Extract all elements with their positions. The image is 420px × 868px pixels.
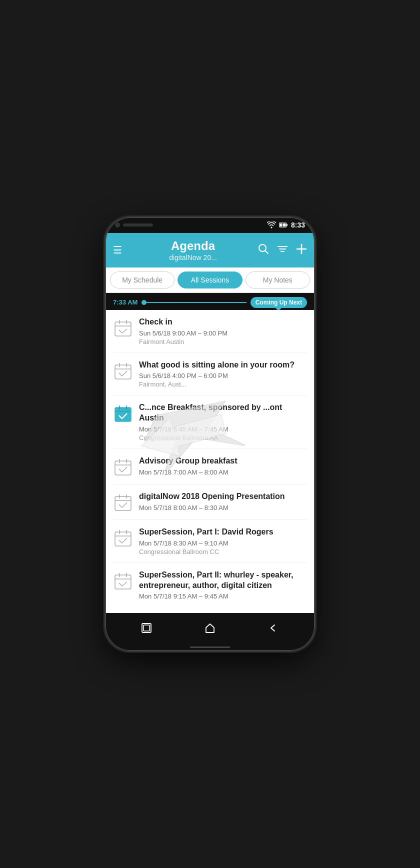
battery-icon (279, 222, 288, 228)
session-icon-6 (113, 528, 133, 548)
add-button[interactable] (296, 244, 307, 257)
session-info-4: Advisory Group breakfast Mon 5/7/18 7:00… (139, 456, 307, 477)
session-info-1: Check in Sun 5/6/18 9:00 AM – 9:00 PM Fa… (139, 317, 307, 346)
header-title: Agenda (128, 239, 258, 254)
session-item[interactable]: SuperSession, Part II: whurley - speaker… (113, 563, 307, 608)
session-info-3: C...nce Breakfast, sponsored by ...ont A… (139, 402, 307, 442)
session-item[interactable]: Advisory Group breakfast Mon 5/7/18 7:00… (113, 449, 307, 484)
current-time-label: 7:33 AM (113, 298, 138, 306)
status-icons: 8:33 (267, 221, 305, 229)
camera-dot (115, 222, 120, 228)
session-location: Fairmont, Aust... (139, 380, 307, 388)
status-bar: 8:33 (105, 217, 315, 233)
session-icon-1 (113, 318, 133, 338)
session-time: Mon 5/7/18 7:00 AM – 8:00 AM (139, 468, 307, 476)
camera-area (115, 222, 153, 228)
tab-bar: My Schedule All Sessions My Notes (105, 268, 315, 293)
session-item[interactable]: C...nce Breakfast, sponsored by ...ont A… (113, 396, 307, 449)
session-title: Advisory Group breakfast (139, 456, 307, 466)
header-title-area: Agenda digitalNow 20... (128, 239, 258, 262)
svg-rect-14 (115, 365, 131, 379)
session-time: Mon 5/7/18 8:30 AM – 9:10 AM (139, 540, 307, 547)
session-location: Congressional Ballroom CC (139, 548, 307, 556)
menu-button[interactable]: ☰ (113, 245, 122, 255)
search-button[interactable] (258, 244, 269, 257)
session-time: Sun 5/6/18 4:00 PM – 6:00 PM (139, 372, 307, 380)
svg-line-4 (266, 250, 268, 254)
session-location: Fairmont Austin (139, 338, 307, 346)
session-time: Mon 5/7/18 9:15 AM – 9:45 AM (139, 592, 307, 600)
session-icon-4 (113, 457, 133, 477)
svg-rect-10 (115, 322, 131, 336)
bottom-bar (105, 643, 315, 651)
svg-rect-26 (115, 461, 131, 475)
phone-screen: 8:33 ☰ Agenda digitalNow 20... (105, 217, 315, 651)
app-header: ☰ Agenda digitalNow 20... (105, 233, 315, 268)
session-time: Mon 5/7/18 8:00 AM – 8:30 AM (139, 504, 307, 512)
session-title: SuperSession, Part II: whurley - speaker… (139, 570, 307, 591)
navigation-bar (105, 613, 315, 643)
session-info-7: SuperSession, Part II: whurley - speaker… (139, 570, 307, 602)
svg-rect-2 (286, 224, 288, 226)
session-info-2: What good is sitting alone in your room?… (139, 360, 307, 388)
time-dot (142, 300, 146, 305)
coming-up-badge: Coming Up Next (250, 297, 307, 308)
session-title: Check in (139, 317, 307, 328)
session-time: Mon 5/7/18 6:45 AM – 7:45 AM (139, 426, 307, 433)
header-subtitle: digitalNow 20... (128, 254, 258, 262)
session-title: digitalNow 2018 Opening Presentation (139, 492, 307, 502)
session-item[interactable]: digitalNow 2018 Opening Presentation Mon… (113, 484, 307, 520)
session-item[interactable]: What good is sitting alone in your room?… (113, 353, 307, 396)
session-icon-2 (113, 361, 133, 381)
sessions-list: Check in Sun 5/6/18 9:00 AM – 9:00 PM Fa… (105, 310, 315, 613)
time-progress-line (142, 302, 246, 303)
tab-my-notes[interactable]: My Notes (246, 272, 310, 288)
session-icon-7 (113, 571, 133, 591)
back-button[interactable] (264, 618, 284, 638)
svg-rect-43 (144, 625, 150, 631)
session-icon-3 (113, 404, 133, 424)
recent-apps-button[interactable] (136, 618, 156, 638)
svg-rect-34 (115, 532, 131, 546)
tab-my-schedule[interactable]: My Schedule (110, 272, 174, 288)
tab-all-sessions[interactable]: All Sessions (178, 272, 242, 288)
time-indicator: 7:33 AM Coming Up Next (105, 293, 315, 310)
wifi-icon (267, 222, 276, 228)
session-location: Congressional Ballroom AA (139, 434, 307, 442)
session-item[interactable]: Check in Sun 5/6/18 9:00 AM – 9:00 PM Fa… (113, 310, 307, 353)
bottom-indicator (190, 646, 230, 648)
session-item[interactable]: SuperSession, Part I: David Rogers Mon 5… (113, 520, 307, 563)
session-title: C...nce Breakfast, sponsored by ...ont A… (139, 402, 307, 424)
phone-frame: 8:33 ☰ Agenda digitalNow 20... (105, 217, 315, 651)
session-info-6: SuperSession, Part I: David Rogers Mon 5… (139, 527, 307, 556)
svg-rect-38 (115, 575, 131, 589)
session-title: What good is sitting alone in your room? (139, 360, 307, 370)
session-title: SuperSession, Part I: David Rogers (139, 527, 307, 538)
session-info-5: digitalNow 2018 Opening Presentation Mon… (139, 492, 307, 512)
session-time: Sun 5/6/18 9:00 AM – 9:00 PM (139, 330, 307, 337)
speaker (123, 224, 153, 226)
time-display: 8:33 (291, 221, 305, 229)
header-actions (258, 244, 307, 257)
filter-button[interactable] (277, 244, 288, 257)
svg-rect-30 (115, 496, 131, 510)
home-button[interactable] (200, 618, 220, 638)
session-icon-5 (113, 492, 133, 512)
svg-rect-20 (115, 408, 131, 412)
